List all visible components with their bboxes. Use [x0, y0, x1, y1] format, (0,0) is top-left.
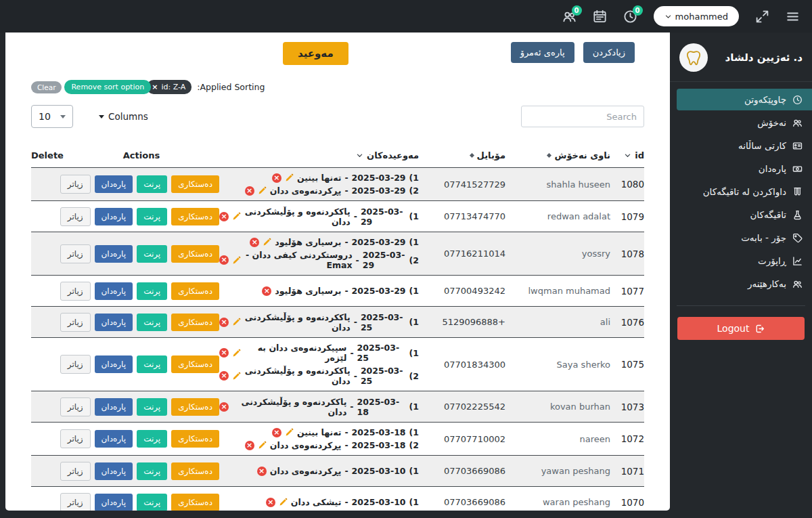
- calendar-icon[interactable]: [593, 9, 607, 24]
- print-button[interactable]: پرنت: [137, 245, 167, 263]
- close-icon[interactable]: ×: [152, 83, 158, 91]
- menu-icon[interactable]: [786, 9, 800, 24]
- payment-button[interactable]: پارەدان: [95, 398, 133, 416]
- delete-appointment-icon[interactable]: ×: [219, 318, 229, 327]
- sidebar-item[interactable]: کارتی ساڵانە: [677, 135, 812, 156]
- more-button[interactable]: زیاتر: [60, 282, 91, 301]
- sidebar-item[interactable]: جۆر - بابەت: [677, 227, 812, 249]
- delete-appointment-icon[interactable]: ×: [219, 402, 229, 412]
- payment-button[interactable]: پارەدان: [95, 175, 133, 193]
- print-button[interactable]: پرنت: [137, 398, 167, 416]
- more-button[interactable]: زیاتر: [60, 493, 91, 511]
- edit-button[interactable]: دەستکاری: [171, 430, 219, 448]
- appointment-button[interactable]: مەوعید: [283, 42, 348, 65]
- clock-icon[interactable]: 0: [623, 9, 637, 24]
- patients-group-icon[interactable]: 0: [562, 9, 577, 24]
- sidebar-item[interactable]: چاوپێکەوتن: [677, 89, 812, 110]
- payment-button[interactable]: پارەدان: [95, 494, 133, 511]
- edit-button[interactable]: دەستکاری: [171, 355, 219, 373]
- more-button[interactable]: زیاتر: [60, 397, 91, 416]
- print-button[interactable]: پرنت: [137, 355, 167, 373]
- print-button[interactable]: پرنت: [137, 208, 167, 225]
- edit-appointment-icon[interactable]: [232, 349, 241, 358]
- delete-appointment-icon[interactable]: ×: [257, 467, 267, 476]
- delete-appointment-icon[interactable]: ×: [245, 441, 254, 450]
- edit-appointment-icon[interactable]: [232, 256, 241, 265]
- more-button[interactable]: زیاتر: [60, 313, 91, 332]
- fullscreen-icon[interactable]: [755, 9, 769, 24]
- edit-appointment-icon[interactable]: [258, 186, 267, 195]
- payment-button[interactable]: پارەدان: [95, 245, 133, 263]
- appointment-number: (1: [409, 497, 419, 507]
- more-button[interactable]: زیاتر: [60, 429, 91, 448]
- more-button[interactable]: زیاتر: [60, 355, 91, 374]
- edit-appointment-icon[interactable]: [258, 441, 267, 450]
- clear-sort-button[interactable]: Clear: [31, 81, 62, 93]
- appointment-date: 2025-03-29: [352, 237, 406, 247]
- sort-chip[interactable]: × id: Z-A: [147, 80, 191, 94]
- dash-separator: -: [350, 348, 353, 358]
- sidebar-item[interactable]: ڕاپۆرت: [677, 250, 812, 272]
- print-button[interactable]: پرنت: [137, 175, 167, 193]
- delete-appointment-icon[interactable]: ×: [272, 428, 281, 437]
- print-button[interactable]: پرنت: [137, 314, 167, 331]
- edit-appointment-icon[interactable]: [285, 173, 294, 182]
- search-input[interactable]: [521, 106, 644, 127]
- today-money-button[interactable]: پارەی ئەمرۆ: [511, 42, 574, 63]
- sidebar-item[interactable]: داواکردن لە تاقیگەکان: [677, 181, 812, 202]
- edit-button[interactable]: دەستکاری: [171, 314, 219, 331]
- sidebar-item[interactable]: نەخۆش: [677, 112, 812, 133]
- more-button[interactable]: زیاتر: [60, 462, 91, 481]
- print-button[interactable]: پرنت: [137, 282, 167, 300]
- print-button[interactable]: پرنت: [137, 430, 167, 448]
- delete-appointment-icon[interactable]: ×: [219, 212, 229, 221]
- payment-button[interactable]: پارەدان: [95, 282, 133, 300]
- column-header-patient[interactable]: ناوی نەخۆش: [505, 150, 610, 160]
- column-header-id[interactable]: id: [610, 150, 644, 160]
- edit-appointment-icon[interactable]: [285, 428, 294, 437]
- delete-appointment-icon[interactable]: ×: [219, 371, 229, 381]
- add-button[interactable]: زیادکردن: [583, 42, 635, 63]
- edit-button[interactable]: دەستکاری: [171, 462, 219, 480]
- payment-button[interactable]: پارەدان: [95, 430, 133, 448]
- sidebar-item[interactable]: بەکارهێنەر: [677, 273, 812, 295]
- user-menu-button[interactable]: mohammed: [654, 6, 739, 26]
- edit-appointment-icon[interactable]: [232, 372, 241, 381]
- print-button[interactable]: پرنت: [137, 494, 167, 511]
- edit-appointment-icon[interactable]: [232, 212, 241, 221]
- more-button[interactable]: زیاتر: [60, 207, 91, 226]
- payment-button[interactable]: پارەدان: [95, 208, 133, 225]
- print-button[interactable]: پرنت: [137, 462, 167, 480]
- cell-appointments: (12025-03-10-پڕکردنەوەی ددان×: [219, 466, 419, 476]
- payment-button[interactable]: پارەدان: [95, 355, 133, 373]
- payment-button[interactable]: پارەدان: [95, 462, 133, 480]
- edit-button[interactable]: دەستکاری: [171, 398, 219, 416]
- edit-button[interactable]: دەستکاری: [171, 245, 219, 263]
- delete-appointment-icon[interactable]: ×: [219, 255, 229, 265]
- delete-appointment-icon[interactable]: ×: [262, 286, 271, 296]
- delete-appointment-icon[interactable]: ×: [272, 173, 281, 183]
- delete-appointment-icon[interactable]: ×: [266, 498, 275, 507]
- more-button[interactable]: زیاتر: [60, 175, 91, 194]
- sidebar-item[interactable]: پارەدان: [677, 158, 812, 179]
- logout-button[interactable]: Logout: [677, 317, 805, 340]
- columns-dropdown[interactable]: Columns: [99, 111, 148, 122]
- delete-appointment-icon[interactable]: ×: [250, 238, 259, 247]
- edit-appointment-icon[interactable]: [263, 238, 271, 246]
- user-name-label: mohammed: [675, 12, 728, 22]
- edit-appointment-icon[interactable]: [279, 498, 288, 506]
- edit-button[interactable]: دەستکاری: [171, 494, 219, 511]
- more-button[interactable]: زیاتر: [60, 244, 91, 263]
- page-size-select[interactable]: 10: [31, 105, 73, 128]
- payment-button[interactable]: پارەدان: [95, 314, 133, 331]
- delete-appointment-icon[interactable]: ×: [219, 348, 229, 358]
- edit-button[interactable]: دەستکاری: [171, 175, 219, 193]
- column-header-appointments[interactable]: مەوعیدەکان: [219, 150, 419, 160]
- column-header-mobile[interactable]: مۆبایل: [419, 150, 505, 160]
- edit-appointment-icon[interactable]: [232, 318, 241, 326]
- clock-icon: [792, 95, 803, 105]
- sidebar-item[interactable]: تاقیگەکان: [677, 204, 812, 225]
- delete-appointment-icon[interactable]: ×: [245, 186, 254, 196]
- edit-button[interactable]: دەستکاری: [171, 208, 219, 225]
- edit-button[interactable]: دەستکاری: [171, 282, 219, 300]
